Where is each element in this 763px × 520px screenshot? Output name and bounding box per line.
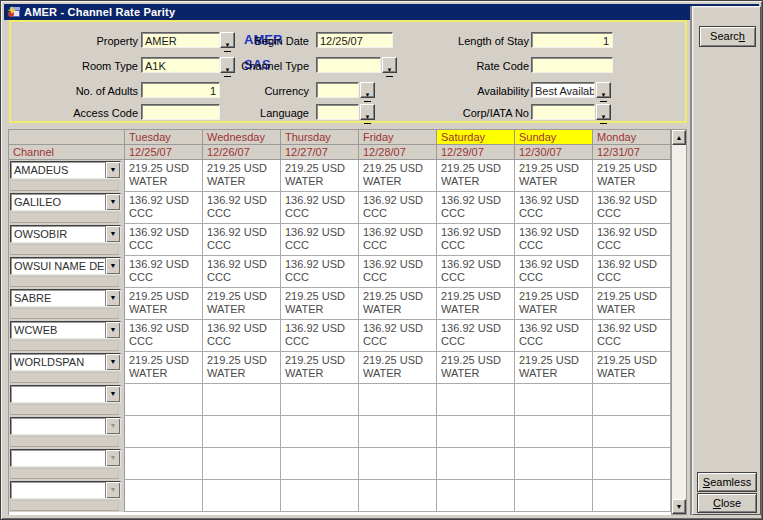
channel-combobox[interactable]: ▼ bbox=[10, 449, 121, 467]
channel-combobox[interactable]: OWSUI NAME DESC▼ bbox=[10, 257, 121, 275]
rate-cell bbox=[437, 416, 515, 448]
rate-code: CCC bbox=[129, 335, 201, 348]
seamless-button[interactable]: Seamless bbox=[697, 472, 757, 492]
rate-amount: 136.92 USD bbox=[441, 322, 513, 335]
rate-cell bbox=[125, 416, 203, 448]
channel-cell-filler bbox=[10, 276, 119, 287]
channel-combobox-value: AMADEUS bbox=[11, 162, 105, 178]
rate-code: CCC bbox=[285, 239, 357, 252]
search-button[interactable]: Search bbox=[699, 26, 756, 47]
rate-amount: 136.92 USD bbox=[597, 258, 669, 271]
availability-select[interactable]: Best Available bbox=[531, 82, 595, 98]
rate-code-field[interactable] bbox=[531, 57, 613, 73]
rate-cell: 219.25 USDWATER bbox=[515, 352, 593, 384]
rate-amount: 136.92 USD bbox=[285, 194, 357, 207]
room-type-label: Room Type bbox=[41, 60, 138, 72]
chevron-down-icon[interactable]: ▼ bbox=[105, 386, 120, 402]
chevron-down-icon[interactable]: ▼ bbox=[105, 482, 120, 498]
rate-code: WATER bbox=[519, 175, 591, 188]
channel-combobox[interactable]: ▼ bbox=[10, 385, 121, 403]
day-header-thursday: Thursday bbox=[281, 130, 359, 145]
rate-code: WATER bbox=[441, 367, 513, 380]
side-panel: Search Seamless Close bbox=[692, 6, 761, 515]
channel-type-label: Channel Type bbox=[201, 60, 309, 72]
rate-cell bbox=[515, 416, 593, 448]
rate-code: WATER bbox=[129, 175, 201, 188]
day-header-friday: Friday bbox=[359, 130, 437, 145]
day-header-monday: Monday bbox=[593, 130, 671, 145]
currency-dropdown-icon[interactable]: ▼ bbox=[360, 82, 375, 98]
chevron-down-icon[interactable]: ▼ bbox=[105, 450, 120, 466]
channel-cell-filler bbox=[10, 372, 119, 383]
channel-type-field[interactable] bbox=[316, 57, 381, 73]
chevron-down-icon[interactable]: ▼ bbox=[105, 162, 120, 178]
rate-amount: 136.92 USD bbox=[363, 194, 435, 207]
table-row: ▼ bbox=[9, 416, 671, 448]
channel-cell: SABRE▼ bbox=[9, 288, 125, 320]
channel-combobox[interactable]: SABRE▼ bbox=[10, 289, 121, 307]
rate-cell: 136.92 USDCCC bbox=[281, 320, 359, 352]
rate-code: WATER bbox=[519, 303, 591, 316]
grid-vertical-scrollbar[interactable]: ▲ ▼ bbox=[671, 129, 687, 515]
rate-amount: 219.25 USD bbox=[207, 290, 279, 303]
rate-code: CCC bbox=[519, 239, 591, 252]
length-of-stay-field[interactable]: 1 bbox=[531, 32, 613, 48]
window-title: AMER - Channel Rate Parity bbox=[24, 6, 175, 18]
rate-code: CCC bbox=[129, 207, 201, 220]
scroll-down-icon[interactable]: ▼ bbox=[672, 499, 686, 514]
channel-combobox[interactable]: WORLDSPAN▼ bbox=[10, 353, 121, 371]
chevron-down-icon[interactable]: ▼ bbox=[105, 418, 120, 434]
rate-cell bbox=[281, 384, 359, 416]
chevron-down-icon[interactable]: ▼ bbox=[105, 226, 120, 242]
scroll-up-icon[interactable]: ▲ bbox=[672, 130, 686, 145]
rate-amount: 136.92 USD bbox=[519, 226, 591, 239]
rate-cell: 136.92 USDCCC bbox=[437, 192, 515, 224]
channel-combobox[interactable]: OWSOBIR▼ bbox=[10, 225, 121, 243]
rate-amount: 136.92 USD bbox=[597, 194, 669, 207]
channel-cell: OWSOBIR▼ bbox=[9, 224, 125, 256]
day-header-saturday: Saturday bbox=[437, 130, 515, 145]
rate-amount: 219.25 USD bbox=[285, 290, 357, 303]
property-label: Property bbox=[41, 35, 138, 47]
rate-cell bbox=[359, 384, 437, 416]
channel-type-dropdown-icon[interactable]: ▼ bbox=[382, 57, 397, 73]
rate-code: CCC bbox=[363, 207, 435, 220]
chevron-down-icon[interactable]: ▼ bbox=[105, 322, 120, 338]
chevron-down-icon[interactable]: ▼ bbox=[105, 290, 120, 306]
corp-iata-field[interactable] bbox=[531, 104, 595, 120]
rate-code: WATER bbox=[363, 367, 435, 380]
language-field[interactable] bbox=[316, 104, 359, 120]
rate-cell bbox=[203, 448, 281, 480]
channel-combobox-value bbox=[11, 482, 105, 498]
rate-code: WATER bbox=[597, 367, 669, 380]
channel-cell: ▼ bbox=[9, 448, 125, 480]
rate-cell: 136.92 USDCCC bbox=[437, 224, 515, 256]
rate-code: CCC bbox=[441, 239, 513, 252]
channel-combobox[interactable]: GALILEO▼ bbox=[10, 193, 121, 211]
rate-cell bbox=[203, 384, 281, 416]
availability-dropdown-icon[interactable]: ▼ bbox=[596, 82, 611, 98]
table-row: SABRE▼219.25 USDWATER219.25 USDWATER219.… bbox=[9, 288, 671, 320]
rate-cell bbox=[203, 416, 281, 448]
channel-combobox[interactable]: WCWEB▼ bbox=[10, 321, 121, 339]
rate-amount: 219.25 USD bbox=[597, 290, 669, 303]
rate-cell bbox=[515, 384, 593, 416]
date-header: 12/31/07 bbox=[593, 145, 671, 160]
language-dropdown-icon[interactable]: ▼ bbox=[360, 104, 375, 120]
corp-iata-dropdown-icon[interactable]: ▼ bbox=[596, 104, 611, 120]
chevron-down-icon[interactable]: ▼ bbox=[105, 258, 120, 274]
language-label: Language bbox=[201, 107, 309, 119]
rate-cell bbox=[359, 480, 437, 512]
channel-combobox[interactable]: ▼ bbox=[10, 417, 121, 435]
begin-date-field[interactable]: 12/25/07 bbox=[316, 32, 393, 48]
currency-field[interactable] bbox=[316, 82, 359, 98]
close-button[interactable]: Close bbox=[697, 493, 757, 513]
chevron-down-icon[interactable]: ▼ bbox=[105, 354, 120, 370]
channel-combobox[interactable]: AMADEUS▼ bbox=[10, 161, 121, 179]
chevron-down-icon[interactable]: ▼ bbox=[105, 194, 120, 210]
rate-code: CCC bbox=[363, 239, 435, 252]
rate-amount: 136.92 USD bbox=[363, 226, 435, 239]
rate-cell: 219.25 USDWATER bbox=[515, 160, 593, 192]
channel-combobox-value: WCWEB bbox=[11, 322, 105, 338]
channel-combobox[interactable]: ▼ bbox=[10, 481, 121, 499]
